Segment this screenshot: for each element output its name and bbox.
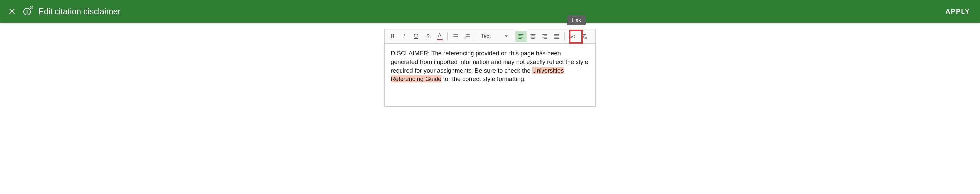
bullet-list-icon (452, 33, 459, 40)
svg-rect-23 (531, 38, 535, 39)
svg-rect-2 (27, 11, 27, 14)
svg-rect-7 (454, 36, 458, 37)
svg-point-6 (453, 36, 454, 37)
chevron-down-icon (504, 35, 508, 37)
info-quote-icon: 99 (23, 6, 33, 16)
align-center-icon (530, 33, 536, 40)
dialog-title: Edit citation disclaimer (38, 6, 121, 16)
align-justify-button[interactable] (551, 31, 562, 42)
align-left-icon (518, 33, 524, 40)
toolbar-divider (564, 32, 565, 41)
apply-button[interactable]: APPLY (945, 8, 974, 15)
bold-button[interactable]: B (387, 31, 398, 42)
svg-rect-28 (554, 34, 559, 35)
align-right-button[interactable] (539, 31, 550, 42)
svg-rect-29 (554, 36, 559, 37)
toolbar-divider (513, 32, 514, 41)
svg-rect-9 (454, 38, 458, 38)
close-icon (8, 8, 16, 15)
numbered-list-button[interactable]: 1 2 3 (461, 31, 473, 42)
svg-rect-21 (531, 36, 535, 37)
text-color-button[interactable]: A (434, 31, 445, 42)
svg-rect-26 (542, 37, 547, 38)
toolbar-divider (447, 32, 448, 41)
paragraph-style-label: Text (481, 34, 491, 39)
svg-rect-17 (519, 36, 522, 37)
clear-formatting-icon (581, 33, 588, 40)
toolbar-divider (475, 32, 475, 41)
italic-icon: I (403, 33, 405, 40)
svg-rect-5 (454, 34, 458, 35)
content-text-after: for the correct style formatting. (441, 75, 526, 82)
svg-rect-20 (531, 34, 536, 35)
strikethrough-button[interactable]: S (422, 31, 434, 42)
underline-button[interactable]: U (410, 31, 422, 42)
editor: Link B I U S A 1 2 3 (384, 29, 596, 107)
align-justify-icon (554, 33, 560, 40)
svg-text:3: 3 (465, 37, 466, 39)
svg-rect-24 (542, 34, 547, 35)
italic-button[interactable]: I (399, 31, 410, 42)
bold-icon: B (390, 33, 394, 40)
svg-rect-16 (519, 34, 524, 35)
underline-icon: U (414, 33, 418, 40)
svg-rect-27 (544, 38, 547, 39)
info-button[interactable]: 99 (22, 5, 34, 17)
editor-toolbar: B I U S A 1 2 3 Text (384, 29, 596, 44)
svg-point-4 (453, 34, 454, 35)
numbered-list-icon: 1 2 3 (464, 33, 471, 40)
clear-formatting-button[interactable] (579, 31, 590, 42)
svg-rect-11 (466, 34, 470, 35)
dialog-header: 99 Edit citation disclaimer APPLY (0, 0, 980, 22)
align-right-icon (541, 33, 548, 40)
svg-rect-18 (519, 37, 524, 38)
svg-rect-13 (466, 36, 470, 37)
text-color-icon: A (437, 32, 443, 40)
svg-point-1 (27, 10, 28, 11)
svg-rect-25 (544, 36, 547, 37)
svg-rect-31 (554, 38, 559, 39)
strikethrough-icon: S (426, 33, 429, 40)
svg-rect-22 (531, 37, 536, 38)
editor-content[interactable]: DISCLAIMER: The referencing provided on … (384, 44, 596, 107)
align-center-button[interactable] (527, 31, 539, 42)
svg-rect-19 (519, 38, 522, 39)
svg-rect-15 (466, 38, 470, 38)
bullet-list-button[interactable] (450, 31, 461, 42)
insert-link-button[interactable] (566, 31, 578, 42)
link-icon (569, 33, 576, 40)
svg-rect-30 (554, 37, 559, 38)
svg-text:99: 99 (30, 6, 33, 10)
svg-point-8 (453, 38, 454, 39)
close-button[interactable] (6, 6, 17, 16)
paragraph-style-dropdown[interactable]: Text (477, 31, 511, 42)
align-left-button[interactable] (515, 31, 527, 42)
